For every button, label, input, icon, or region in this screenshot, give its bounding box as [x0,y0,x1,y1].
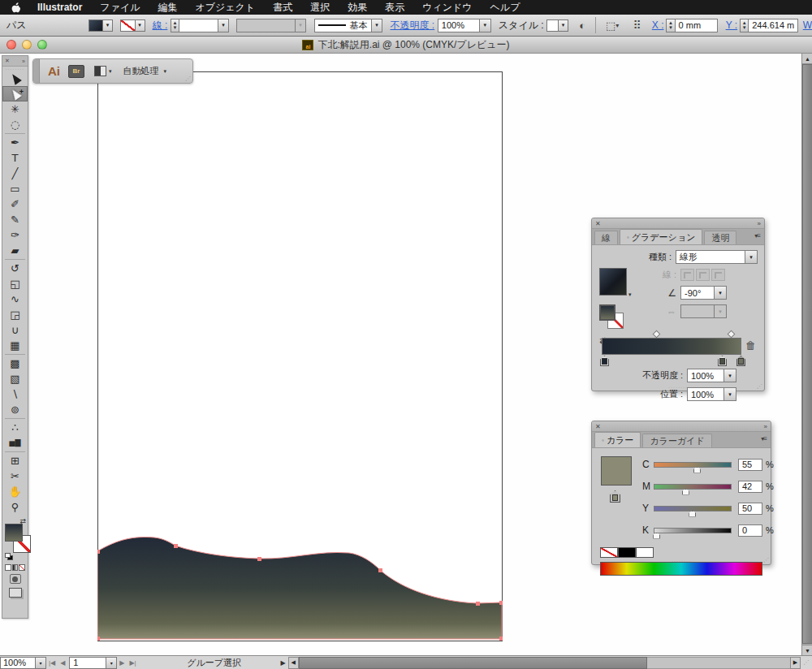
screen-mode-button[interactable] [9,588,22,598]
default-fill-stroke-icon[interactable] [5,553,15,561]
scroll-down-icon[interactable]: ▼ [802,645,812,655]
slider-thumb[interactable] [693,467,701,473]
black-value-field[interactable]: 0 [738,524,762,537]
mesh-tool[interactable]: ▩ [2,356,28,371]
previous-page-button[interactable]: ◀ [58,659,67,667]
rectangle-tool[interactable]: ▭ [2,181,28,196]
artboard-tool[interactable]: ⊞ [2,453,28,468]
style-swatch[interactable] [546,19,559,32]
x-stepper[interactable]: ▲▼ [666,19,674,32]
gradient-slider[interactable]: 🗑 [600,330,756,365]
pencil-tool[interactable]: ✎ [2,212,28,227]
horizontal-scroll-thumb[interactable] [299,657,648,669]
magic-wand-tool[interactable]: ✳ [2,101,28,117]
tab-color[interactable]: ◦カラー [594,432,641,447]
vertical-scroll-thumb[interactable] [802,64,812,644]
scroll-right-icon[interactable]: ▶ [790,657,801,669]
scale-tool[interactable]: ◱ [2,276,28,291]
scroll-left-icon[interactable]: ◀ [288,657,299,669]
close-icon[interactable]: ✕ [595,220,601,227]
perspective-grid-tool[interactable]: ▦ [2,338,28,353]
drawing-mode-button[interactable] [10,574,21,584]
gradient-angle-combo[interactable]: -90°▾ [680,286,727,300]
page-number-field[interactable]: 1 [69,657,106,669]
none-swatch[interactable] [600,547,618,558]
magenta-slider[interactable] [654,484,732,490]
close-icon[interactable]: ✕ [595,423,601,430]
tab-stroke[interactable]: 線 [594,231,618,244]
zoom-level-field[interactable]: 100% [0,657,36,669]
rotate-tool[interactable]: ↺ [2,261,28,276]
shape-builder-tool[interactable]: ∪ [2,322,28,338]
gradient-type-combo[interactable]: 線形▾ [676,250,758,264]
menu-type[interactable]: 書式 [264,1,301,15]
gradient-stop-start[interactable] [600,356,609,366]
y-field[interactable]: 244.614 m [748,19,798,32]
tab-transparency[interactable]: 透明 [704,231,736,244]
gradient-fill-stroke-proxy[interactable] [599,304,627,330]
gradient-track[interactable] [602,338,741,355]
paintbrush-tool[interactable]: ✐ [2,196,28,212]
yellow-value-field[interactable]: 50 [738,503,762,515]
menu-object[interactable]: オブジェクト [186,1,264,15]
lasso-tool[interactable]: ◌ [2,117,28,132]
stroke-weight-dropdown[interactable]: ▾ [218,19,230,32]
stroke-color-dropdown[interactable]: ▾ [136,19,145,32]
selection-tool[interactable] [2,71,28,86]
eraser-tool[interactable]: ▰ [2,243,28,258]
panel-menu-icon[interactable]: ▾≡ [761,435,767,442]
zoom-tool[interactable]: ⚲ [2,499,28,515]
cyan-slider[interactable] [654,462,732,468]
warp-tool[interactable]: ∿ [2,291,28,307]
page-number-dropdown[interactable]: ▾ [106,657,117,669]
stroke-weight-stepper[interactable]: ▲▼ [171,19,179,32]
apple-menu-icon[interactable] [10,2,22,14]
menu-view[interactable]: 表示 [376,1,413,15]
fill-color-dropdown[interactable]: ▾ [103,19,113,32]
opacity-dropdown[interactable]: ▾ [480,19,491,32]
panel-corner-grip[interactable]: ⋰ [757,383,762,390]
eyedropper-tool[interactable]: ∖ [2,386,28,402]
stroke-style-dropdown[interactable]: ▾ [372,19,383,32]
direct-selection-tool[interactable]: + [2,86,28,101]
delete-stop-icon[interactable]: 🗑 [745,339,756,352]
collapse-icon[interactable]: » [764,423,767,430]
pen-tool[interactable]: ✒ [2,135,28,150]
minimize-window-button[interactable] [22,40,32,50]
panel-menu-icon[interactable]: ▾≡ [754,232,760,240]
workspace-menu[interactable]: 自動処理▾ [123,65,167,77]
appbar-grip[interactable] [33,59,40,83]
column-graph-tool[interactable]: ▅▇ [2,435,28,451]
document-setup-icon[interactable]: ◐ [579,19,585,32]
menu-app-name[interactable]: Illustrator [28,2,91,13]
y-label[interactable]: Y : [726,19,737,31]
tools-panel-header[interactable]: ✕ » [2,56,28,67]
menu-select[interactable]: 選択 [301,1,339,15]
menu-window[interactable]: ウィンドウ [413,1,481,15]
wave-shape-artwork[interactable] [97,531,503,641]
stroke-weight-field[interactable] [179,19,218,32]
menu-effect[interactable]: 効果 [339,1,376,15]
menu-file[interactable]: ファイル [91,1,149,15]
black-swatch[interactable] [618,547,636,558]
bridge-button[interactable]: Br [68,65,84,78]
stroke-color-swatch[interactable] [120,19,135,32]
none-button[interactable] [19,564,25,571]
yellow-slider[interactable] [654,506,732,511]
next-page-button[interactable]: ▶ [117,659,127,667]
horizontal-scroll-track[interactable] [647,657,790,669]
close-icon[interactable]: ✕ [5,58,10,64]
panel-resize-grip[interactable]: ········ [592,558,771,564]
y-stepper[interactable]: ▲▼ [740,19,748,32]
menu-edit[interactable]: 編集 [149,1,186,15]
magenta-value-field[interactable]: 42 [738,481,762,493]
close-window-button[interactable] [6,40,16,50]
status-expand-icon[interactable]: ▶ [278,659,287,667]
cyan-value-field[interactable]: 55 [738,459,762,471]
select-similar-icon[interactable]: ⬚ [606,19,615,32]
opacity-label[interactable]: 不透明度 : [391,19,435,32]
tab-gradient[interactable]: ◦グラデーション [620,229,702,244]
gradient-button[interactable] [12,564,19,571]
x-field[interactable]: 0 mm [675,19,719,32]
blob-brush-tool[interactable]: ✑ [2,227,28,243]
